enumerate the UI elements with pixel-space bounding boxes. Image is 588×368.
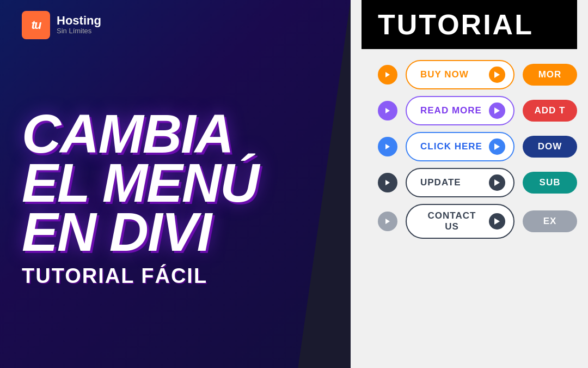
contact-label: CONTACT US: [420, 210, 483, 232]
title-line2: EL MENÚ: [22, 158, 329, 207]
click-here-label: CLICK HERE: [420, 141, 482, 152]
arrow-icon-4: [494, 179, 500, 186]
add-label: ADD T: [535, 105, 566, 116]
read-more-icon: [489, 102, 505, 119]
brand-tagline: Sin Límites: [57, 27, 101, 36]
explore-label: EX: [543, 216, 557, 227]
explore-button[interactable]: EX: [523, 210, 577, 232]
triangle-1: [385, 72, 390, 77]
subtitle: TUTORIAL FÁCIL: [22, 264, 329, 288]
buy-now-button[interactable]: BUY NOW: [406, 60, 514, 89]
arrow-icon-3: [494, 143, 500, 150]
update-button[interactable]: UPDATE: [406, 168, 514, 197]
more-label: MOR: [538, 69, 562, 80]
subscribe-label: SUB: [540, 177, 561, 188]
button-row-2: READ MORE ADD T: [378, 96, 577, 125]
play-icon-5: [378, 212, 397, 231]
buttons-section: BUY NOW MOR READ MORE: [362, 60, 577, 239]
logo-icon: tu: [22, 11, 50, 39]
contact-button[interactable]: CONTACT US: [406, 204, 514, 239]
page-container: tu Hosting Sin Límites CAMBIA EL MENÚ EN…: [0, 0, 588, 368]
more-button[interactable]: MOR: [523, 64, 577, 86]
buy-now-label: BUY NOW: [420, 69, 469, 80]
button-row-4: UPDATE SUB: [378, 168, 577, 197]
arrow-icon: [494, 71, 500, 78]
left-panel: tu Hosting Sin Límites CAMBIA EL MENÚ EN…: [0, 0, 351, 368]
triangle-2: [385, 108, 390, 113]
download-button[interactable]: DOW: [523, 136, 577, 158]
main-title: CAMBIA EL MENÚ EN DIVI: [22, 109, 329, 256]
update-label: UPDATE: [420, 177, 461, 188]
title-line1: CAMBIA: [22, 109, 329, 158]
right-panel: TUTORIAL BUY NOW MOR: [351, 0, 588, 368]
update-icon: [489, 174, 505, 191]
triangle-4: [385, 180, 390, 185]
triangle-3: [385, 144, 390, 149]
arrow-icon-2: [494, 107, 500, 114]
button-row-3: CLICK HERE DOW: [378, 132, 577, 161]
contact-icon: [489, 213, 505, 230]
add-button[interactable]: ADD T: [523, 100, 577, 122]
read-more-label: READ MORE: [420, 105, 482, 116]
button-row-1: BUY NOW MOR: [378, 60, 577, 89]
brand-name: Hosting: [57, 15, 101, 27]
tutorial-badge: TUTORIAL: [362, 0, 577, 49]
logo-area: tu Hosting Sin Límites: [22, 11, 329, 39]
arrow-icon-5: [494, 218, 500, 225]
title-line3: EN DIVI: [22, 207, 329, 256]
play-icon-2: [378, 101, 397, 120]
main-heading: CAMBIA EL MENÚ EN DIVI TUTORIAL FÁCIL: [22, 45, 329, 352]
buy-now-icon: [489, 67, 505, 83]
button-row-5: CONTACT US EX: [378, 204, 577, 239]
read-more-button[interactable]: READ MORE: [406, 96, 514, 125]
play-icon-4: [378, 173, 397, 192]
click-here-button[interactable]: CLICK HERE: [406, 132, 514, 161]
play-icon-1: [378, 65, 397, 85]
click-here-icon: [489, 138, 505, 155]
play-icon-3: [378, 137, 397, 156]
triangle-5: [385, 219, 390, 224]
subscribe-button[interactable]: SUB: [523, 172, 577, 194]
logo-text: Hosting Sin Límites: [57, 15, 101, 36]
download-label: DOW: [538, 141, 562, 152]
